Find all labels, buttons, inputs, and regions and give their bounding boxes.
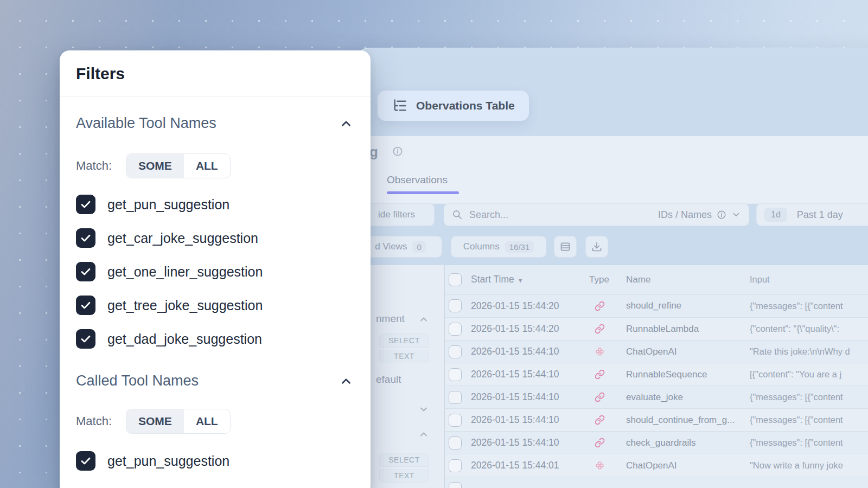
default-option-partial[interactable]: efault: [376, 374, 401, 386]
cell-start-time: 2026-01-15 15:44:10: [469, 391, 587, 403]
env-section-partial[interactable]: nment: [376, 313, 405, 325]
header-input[interactable]: Input: [750, 274, 868, 285]
row-checkbox[interactable]: [449, 391, 462, 404]
row-height-button[interactable]: [554, 236, 577, 258]
match-some-button[interactable]: SOME: [126, 409, 184, 433]
time-range-label: Past 1 day: [797, 209, 843, 221]
row-checkbox[interactable]: [449, 299, 462, 312]
tool-name-option[interactable]: get_pun_suggestion: [76, 195, 353, 214]
table-row[interactable]: 2026-01-15 15:44:10 check_guardrails {"m…: [445, 431, 868, 454]
row-checkbox[interactable]: [449, 323, 462, 336]
row-checkbox[interactable]: [449, 436, 462, 450]
checkbox-checked[interactable]: [76, 262, 95, 281]
tab-observations[interactable]: Observations: [387, 174, 448, 186]
search-icon: [452, 209, 463, 220]
tool-name-option[interactable]: get_car_joke_suggestion: [76, 228, 353, 248]
cell-start-time: 2026-01-15 15:44:10: [469, 414, 587, 426]
chevron-down-icon[interactable]: [418, 404, 429, 415]
checkbox-checked[interactable]: [76, 195, 95, 214]
table-row[interactable]: 2026-01-15 15:44:20 should_refine {"mess…: [445, 294, 868, 317]
checkbox-checked[interactable]: [76, 329, 95, 349]
header-name[interactable]: Name: [625, 274, 750, 285]
tool-name-option[interactable]: get_tree_joke_suggestion: [76, 296, 353, 315]
cell-start-time: 2026-01-15 15:44:20: [469, 300, 587, 312]
chevron-up-icon[interactable]: [339, 117, 353, 131]
observations-table-badge: Obervations Table: [378, 91, 529, 121]
chain-link-icon: [595, 324, 605, 334]
select-toggle-2[interactable]: SELECT: [379, 453, 429, 467]
text-toggle-2[interactable]: TEXT: [379, 469, 429, 483]
table-row-partial: [445, 477, 868, 488]
checkbox-checked[interactable]: [76, 228, 95, 248]
tool-name-option[interactable]: get_pun_suggestion: [76, 451, 353, 471]
observations-table: Start Time▼ Type Name Input 2026-01-15 1…: [445, 265, 868, 488]
cell-name: ChatOpenAI: [625, 460, 750, 471]
match-some-button[interactable]: SOME: [126, 154, 184, 178]
search-scope-label: IDs / Names: [658, 209, 712, 221]
cell-start-time: 2026-01-15 15:44:01: [469, 460, 587, 471]
chevron-up-icon[interactable]: [418, 429, 429, 440]
chain-link-icon: [595, 369, 605, 380]
info-icon: [392, 146, 403, 157]
cell-input: [{"content": "You are a j: [750, 369, 868, 380]
match-mode-toggle: SOME ALL: [126, 409, 231, 434]
row-checkbox[interactable]: [449, 459, 462, 472]
select-all-checkbox[interactable]: [449, 273, 462, 286]
tool-name-label: get_one_liner_suggestion: [107, 264, 263, 280]
cell-input: {"content": "{\"quality\":: [750, 324, 868, 334]
table-row[interactable]: 2026-01-15 15:44:10 evaluate_joke {"mess…: [445, 386, 868, 408]
cell-type: [587, 460, 625, 471]
search-scope-dropdown[interactable]: IDs / Names: [658, 209, 741, 221]
cell-name: should_refine: [625, 300, 750, 311]
checkbox-checked[interactable]: [76, 451, 95, 471]
search-input[interactable]: Search... IDs / Names: [444, 203, 749, 226]
header-start-time[interactable]: Start Time▼: [469, 274, 587, 285]
tool-name-options: get_pun_suggestion: [76, 451, 353, 471]
table-rows-icon: [560, 241, 571, 252]
list-tree-icon: [392, 98, 408, 113]
table-row[interactable]: 2026-01-15 15:44:20 RunnableLambda {"con…: [445, 317, 868, 340]
cell-input: "Rate this joke:\n\nWhy d: [750, 346, 868, 357]
match-mode-toggle: SOME ALL: [126, 153, 231, 178]
tool-name-option[interactable]: get_one_liner_suggestion: [76, 262, 353, 281]
row-checkbox[interactable]: [449, 368, 462, 381]
text-toggle[interactable]: TEXT: [379, 350, 429, 363]
time-range-dropdown[interactable]: 1d Past 1 day: [756, 203, 868, 226]
chevron-up-icon[interactable]: [339, 374, 353, 388]
columns-button[interactable]: Columns 16/31: [451, 236, 546, 258]
cell-start-time: 2026-01-15 15:44:10: [469, 369, 587, 380]
chain-link-icon: [595, 415, 605, 425]
section-called-tool-names[interactable]: Called Tool Names: [76, 373, 353, 389]
match-row: Match: SOME ALL: [76, 409, 353, 434]
time-range-chip: 1d: [764, 208, 787, 222]
table-row[interactable]: 2026-01-15 15:44:10 ChatOpenAI "Rate thi…: [445, 340, 868, 363]
tool-name-label: get_car_joke_suggestion: [107, 230, 258, 246]
export-button[interactable]: [585, 236, 608, 258]
filters-title: Filters: [76, 65, 353, 83]
row-checkbox[interactable]: [449, 414, 462, 427]
row-checkbox[interactable]: [449, 482, 462, 488]
match-all-button[interactable]: ALL: [184, 409, 230, 433]
select-toggle[interactable]: SELECT: [379, 333, 429, 348]
cell-input: {"messages": [{"content: [750, 301, 868, 311]
section-available-tool-names[interactable]: Available Tool Names: [76, 115, 353, 132]
cell-type: [587, 324, 625, 334]
cell-type: [587, 369, 625, 380]
table-row[interactable]: 2026-01-15 15:44:10 should_continue_from…: [445, 408, 868, 431]
table-row[interactable]: 2026-01-15 15:44:10 RunnableSequence [{"…: [445, 363, 868, 386]
match-label: Match:: [76, 159, 112, 173]
cell-name: should_continue_from_g...: [625, 415, 750, 426]
row-checkbox[interactable]: [449, 345, 462, 358]
cell-input: {"messages": [{"content: [750, 415, 868, 425]
tool-name-option[interactable]: get_dad_joke_suggestion: [76, 329, 353, 349]
cell-input: {"messages": [{"content: [750, 392, 868, 402]
generation-icon: [595, 460, 605, 471]
table-row[interactable]: 2026-01-15 15:44:01 ChatOpenAI "Now writ…: [445, 454, 868, 477]
chevron-up-icon[interactable]: [418, 314, 429, 325]
header-type[interactable]: Type: [587, 274, 625, 285]
match-all-button[interactable]: ALL: [184, 154, 230, 178]
info-icon: [717, 210, 726, 220]
checkbox-checked[interactable]: [76, 296, 95, 315]
columns-count-badge: 16/31: [505, 241, 534, 253]
saved-views-button[interactable]: d Views 0: [359, 236, 442, 258]
